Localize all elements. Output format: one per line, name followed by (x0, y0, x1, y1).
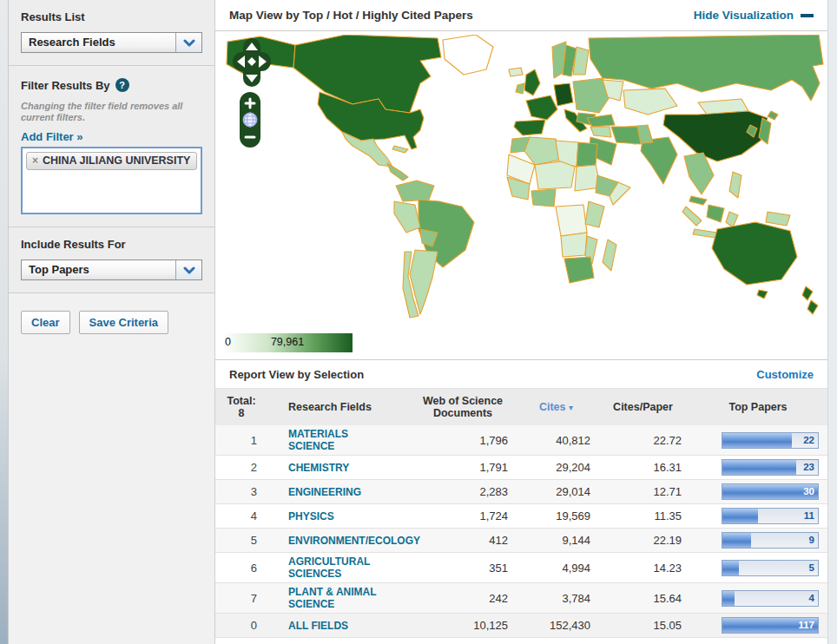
col-cites-per-paper: Cites/Paper (597, 397, 689, 417)
world-choropleth-map[interactable] (215, 35, 827, 321)
top-papers-bar[interactable]: 23 (722, 459, 819, 476)
top-papers-bar[interactable]: 5 (722, 560, 819, 576)
map-zoom-control[interactable] (240, 92, 260, 148)
country-kazakhstan (623, 89, 677, 115)
docs-cell: 242 (411, 589, 515, 608)
sort-desc-icon: ▾ (569, 403, 573, 412)
country-france (526, 95, 557, 120)
top-papers-cell: 9 (689, 529, 827, 551)
col-cites-sort[interactable]: Cites ▾ (515, 397, 597, 418)
col-research-fields: Research Fields (267, 397, 411, 417)
actions-section: Clear Save Criteria (9, 293, 214, 644)
cites-cell: 4,994 (515, 559, 597, 577)
field-cell: CHEMISTRY (267, 458, 411, 476)
country-india (641, 137, 677, 184)
table-row: 3 ENGINEERING 2,283 29,014 12.71 30 (215, 480, 827, 504)
top-papers-bar-fill (722, 509, 758, 523)
top-papers-value: 23 (803, 462, 814, 472)
field-link[interactable]: ENVIRONMENT/ECOLOGY (288, 535, 389, 547)
sidebar: Results List Research Fields Filter Resu… (9, 0, 215, 644)
top-papers-bar[interactable]: 9 (722, 532, 819, 549)
world-map-countries[interactable] (227, 35, 823, 318)
field-link[interactable]: MATERIALS SCIENCE (288, 428, 389, 452)
rank-cell: 5 (215, 531, 267, 549)
top-papers-bar-fill (722, 460, 796, 475)
top-papers-value: 9 (809, 535, 814, 545)
cites-per-paper-cell: 12.71 (597, 483, 689, 501)
cites-cell: 29,014 (515, 483, 597, 501)
remove-filter-icon[interactable]: × (32, 154, 38, 168)
country-south-africa (564, 257, 594, 283)
chevron-down-icon[interactable] (175, 33, 201, 52)
clear-button[interactable]: Clear (21, 311, 70, 334)
field-link[interactable]: AGRICULTURAL SCIENCES (288, 555, 389, 580)
country-iran (611, 127, 641, 144)
rank-cell: 0 (215, 616, 267, 634)
table-row: 4 PHYSICS 1,724 19,569 11.35 11 (215, 504, 827, 529)
top-papers-value: 30 (803, 486, 814, 496)
island-sumatra (682, 207, 702, 226)
main-panel: Map View by Top / Hot / Highly Cited Pap… (215, 0, 827, 644)
top-papers-bar[interactable]: 30 (722, 483, 819, 500)
docs-cell: 412 (411, 531, 515, 549)
include-results-select[interactable]: Top Papers (21, 260, 202, 280)
field-link[interactable]: ALL FIELDS (288, 620, 348, 632)
cites-cell: 19,569 (515, 507, 597, 525)
country-greenland (443, 35, 493, 75)
filter-section: Filter Results By ? Changing the filter … (9, 66, 214, 227)
island-hokkaido (768, 111, 778, 120)
country-colombia-venezuela (396, 181, 434, 201)
island-new-guinea (766, 212, 790, 226)
top-papers-bar[interactable]: 4 (722, 590, 819, 607)
filter-note: Changing the filter field removes all cu… (21, 101, 202, 123)
top-papers-bar[interactable]: 117 (722, 617, 819, 634)
region-indochina (684, 153, 714, 194)
cites-per-paper-cell: 14.23 (597, 559, 689, 577)
rank-cell: 6 (215, 559, 267, 577)
country-philippines (729, 172, 741, 198)
rank-cell: 7 (215, 589, 267, 608)
filter-tag[interactable]: × CHINA JILIANG UNIVERSITY (26, 152, 197, 170)
region-central-america (387, 163, 408, 181)
map-pan-control[interactable] (233, 38, 271, 89)
island-borneo (707, 205, 724, 222)
island-tasmania (757, 290, 768, 299)
results-list-select[interactable]: Research Fields (21, 32, 202, 53)
cites-per-paper-cell: 15.05 (597, 616, 689, 634)
map-panel-header: Map View by Top / Hot / Highly Cited Pap… (215, 0, 827, 31)
country-malaysia (689, 196, 707, 205)
help-icon[interactable]: ? (115, 78, 129, 92)
customize-link[interactable]: Customize (756, 368, 814, 381)
top-papers-bar[interactable]: 11 (722, 508, 819, 524)
field-link[interactable]: PLANT & ANIMAL SCIENCE (288, 586, 389, 610)
cites-per-paper-cell: 15.64 (597, 589, 689, 608)
filter-tag-label: CHINA JILIANG UNIVERSITY (43, 154, 190, 168)
country-spain (514, 120, 545, 135)
top-papers-bar[interactable]: 22 (722, 432, 819, 449)
field-link[interactable]: CHEMISTRY (288, 462, 349, 474)
add-filter-link[interactable]: Add Filter » (21, 130, 83, 143)
cites-per-paper-cell: 16.31 (597, 458, 689, 476)
col-wos-documents: Web of Science Documents (411, 391, 515, 424)
report-table-header: Total: 8 Research Fields Web of Science … (215, 389, 827, 425)
cites-per-paper-cell: 22.72 (597, 431, 689, 450)
chevron-down-icon[interactable] (175, 260, 201, 279)
page: Results List Research Fields Filter Resu… (0, 0, 837, 644)
country-madagascar (603, 240, 616, 271)
region-niger-chad (535, 161, 575, 189)
island-sulawesi (726, 212, 738, 227)
results-list-section: Results List Research Fields (9, 0, 214, 66)
hide-visualization-link[interactable]: Hide Visualization (694, 9, 814, 22)
field-cell: ENGINEERING (267, 483, 411, 501)
top-papers-value: 5 (809, 562, 814, 573)
field-cell: PLANT & ANIMAL SCIENCE (267, 583, 411, 613)
field-link[interactable]: PHYSICS (288, 510, 334, 522)
field-link[interactable]: ENGINEERING (288, 486, 361, 498)
include-results-heading: Include Results For (21, 238, 202, 251)
save-criteria-button[interactable]: Save Criteria (79, 311, 169, 334)
filter-heading: Filter Results By (21, 79, 110, 92)
country-peru (394, 201, 420, 233)
country-australia (712, 222, 797, 285)
legend-min-label: 0 (225, 336, 231, 348)
map-legend: 0 79,961 (222, 333, 353, 352)
